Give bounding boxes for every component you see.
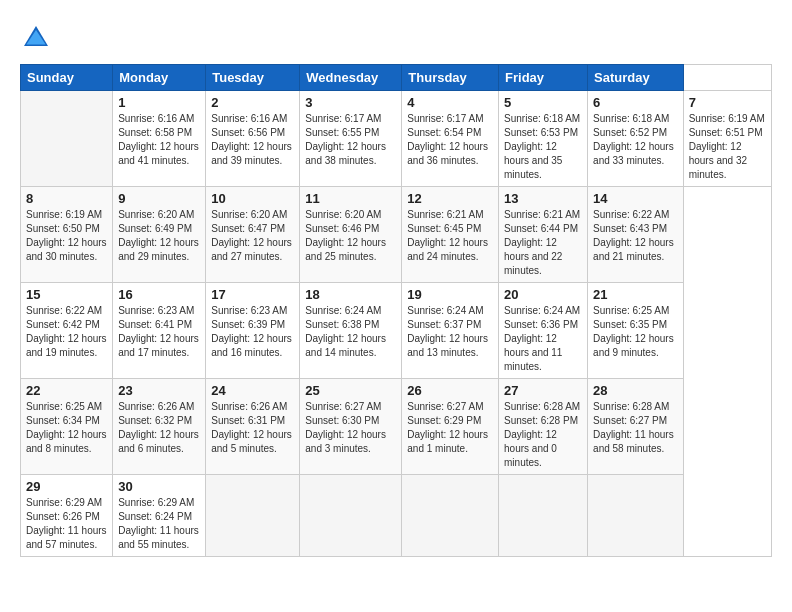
day-info: Sunrise: 6:25 AMSunset: 6:35 PMDaylight:… [593,305,674,358]
day-number: 23 [118,383,200,398]
calendar-day-cell: 9 Sunrise: 6:20 AMSunset: 6:49 PMDayligh… [113,187,206,283]
day-info: Sunrise: 6:28 AMSunset: 6:28 PMDaylight:… [504,401,580,468]
day-info: Sunrise: 6:23 AMSunset: 6:39 PMDaylight:… [211,305,292,358]
calendar-day-cell: 14 Sunrise: 6:22 AMSunset: 6:43 PMDaylig… [588,187,684,283]
calendar-day-cell [206,475,300,557]
calendar-day-cell: 23 Sunrise: 6:26 AMSunset: 6:32 PMDaylig… [113,379,206,475]
day-number: 4 [407,95,493,110]
day-number: 15 [26,287,107,302]
day-number: 20 [504,287,582,302]
day-number: 9 [118,191,200,206]
day-info: Sunrise: 6:23 AMSunset: 6:41 PMDaylight:… [118,305,199,358]
calendar-day-cell: 21 Sunrise: 6:25 AMSunset: 6:35 PMDaylig… [588,283,684,379]
day-number: 18 [305,287,396,302]
weekday-header: Saturday [588,65,684,91]
calendar-day-cell: 20 Sunrise: 6:24 AMSunset: 6:36 PMDaylig… [499,283,588,379]
calendar-day-cell: 1 Sunrise: 6:16 AMSunset: 6:58 PMDayligh… [113,91,206,187]
day-info: Sunrise: 6:20 AMSunset: 6:47 PMDaylight:… [211,209,292,262]
calendar-day-cell: 30 Sunrise: 6:29 AMSunset: 6:24 PMDaylig… [113,475,206,557]
day-info: Sunrise: 6:20 AMSunset: 6:46 PMDaylight:… [305,209,386,262]
day-info: Sunrise: 6:28 AMSunset: 6:27 PMDaylight:… [593,401,674,454]
calendar-week-row: 1 Sunrise: 6:16 AMSunset: 6:58 PMDayligh… [21,91,772,187]
calendar-day-cell [300,475,402,557]
day-info: Sunrise: 6:16 AMSunset: 6:56 PMDaylight:… [211,113,292,166]
day-info: Sunrise: 6:19 AMSunset: 6:50 PMDaylight:… [26,209,107,262]
day-number: 10 [211,191,294,206]
weekday-header: Monday [113,65,206,91]
day-info: Sunrise: 6:22 AMSunset: 6:42 PMDaylight:… [26,305,107,358]
calendar-day-cell: 12 Sunrise: 6:21 AMSunset: 6:45 PMDaylig… [402,187,499,283]
day-info: Sunrise: 6:27 AMSunset: 6:30 PMDaylight:… [305,401,386,454]
weekday-header: Friday [499,65,588,91]
header [20,18,772,54]
calendar-day-cell: 4 Sunrise: 6:17 AMSunset: 6:54 PMDayligh… [402,91,499,187]
calendar-day-cell: 8 Sunrise: 6:19 AMSunset: 6:50 PMDayligh… [21,187,113,283]
day-number: 22 [26,383,107,398]
weekday-header: Tuesday [206,65,300,91]
day-number: 27 [504,383,582,398]
day-info: Sunrise: 6:17 AMSunset: 6:55 PMDaylight:… [305,113,386,166]
day-number: 2 [211,95,294,110]
calendar-week-row: 22 Sunrise: 6:25 AMSunset: 6:34 PMDaylig… [21,379,772,475]
calendar-body: 1 Sunrise: 6:16 AMSunset: 6:58 PMDayligh… [21,91,772,557]
calendar-day-cell: 27 Sunrise: 6:28 AMSunset: 6:28 PMDaylig… [499,379,588,475]
day-info: Sunrise: 6:20 AMSunset: 6:49 PMDaylight:… [118,209,199,262]
calendar-week-row: 8 Sunrise: 6:19 AMSunset: 6:50 PMDayligh… [21,187,772,283]
day-info: Sunrise: 6:29 AMSunset: 6:26 PMDaylight:… [26,497,107,550]
calendar-day-cell: 26 Sunrise: 6:27 AMSunset: 6:29 PMDaylig… [402,379,499,475]
day-number: 1 [118,95,200,110]
calendar-day-cell: 25 Sunrise: 6:27 AMSunset: 6:30 PMDaylig… [300,379,402,475]
calendar-day-cell: 2 Sunrise: 6:16 AMSunset: 6:56 PMDayligh… [206,91,300,187]
day-number: 3 [305,95,396,110]
calendar-day-cell: 3 Sunrise: 6:17 AMSunset: 6:55 PMDayligh… [300,91,402,187]
day-info: Sunrise: 6:24 AMSunset: 6:38 PMDaylight:… [305,305,386,358]
calendar-day-cell [588,475,684,557]
day-info: Sunrise: 6:17 AMSunset: 6:54 PMDaylight:… [407,113,488,166]
day-number: 7 [689,95,766,110]
calendar-day-cell: 17 Sunrise: 6:23 AMSunset: 6:39 PMDaylig… [206,283,300,379]
day-info: Sunrise: 6:21 AMSunset: 6:45 PMDaylight:… [407,209,488,262]
day-number: 28 [593,383,678,398]
day-number: 16 [118,287,200,302]
day-number: 11 [305,191,396,206]
day-info: Sunrise: 6:22 AMSunset: 6:43 PMDaylight:… [593,209,674,262]
day-info: Sunrise: 6:18 AMSunset: 6:52 PMDaylight:… [593,113,674,166]
day-number: 14 [593,191,678,206]
calendar-day-cell [499,475,588,557]
day-number: 30 [118,479,200,494]
day-number: 26 [407,383,493,398]
day-number: 21 [593,287,678,302]
day-info: Sunrise: 6:18 AMSunset: 6:53 PMDaylight:… [504,113,580,180]
calendar-day-cell [402,475,499,557]
calendar-day-cell: 16 Sunrise: 6:23 AMSunset: 6:41 PMDaylig… [113,283,206,379]
calendar-day-cell: 7 Sunrise: 6:19 AMSunset: 6:51 PMDayligh… [683,91,771,187]
day-info: Sunrise: 6:26 AMSunset: 6:31 PMDaylight:… [211,401,292,454]
weekday-row: SundayMondayTuesdayWednesdayThursdayFrid… [21,65,772,91]
day-info: Sunrise: 6:24 AMSunset: 6:36 PMDaylight:… [504,305,580,372]
calendar-day-cell: 5 Sunrise: 6:18 AMSunset: 6:53 PMDayligh… [499,91,588,187]
day-number: 13 [504,191,582,206]
logo-icon [20,22,52,54]
calendar-week-row: 15 Sunrise: 6:22 AMSunset: 6:42 PMDaylig… [21,283,772,379]
day-info: Sunrise: 6:19 AMSunset: 6:51 PMDaylight:… [689,113,765,180]
page: SundayMondayTuesdayWednesdayThursdayFrid… [0,0,792,569]
empty-cell [21,91,113,187]
calendar-day-cell: 11 Sunrise: 6:20 AMSunset: 6:46 PMDaylig… [300,187,402,283]
day-number: 25 [305,383,396,398]
calendar-day-cell: 15 Sunrise: 6:22 AMSunset: 6:42 PMDaylig… [21,283,113,379]
day-info: Sunrise: 6:27 AMSunset: 6:29 PMDaylight:… [407,401,488,454]
calendar-day-cell: 6 Sunrise: 6:18 AMSunset: 6:52 PMDayligh… [588,91,684,187]
calendar-day-cell: 10 Sunrise: 6:20 AMSunset: 6:47 PMDaylig… [206,187,300,283]
calendar-table: SundayMondayTuesdayWednesdayThursdayFrid… [20,64,772,557]
calendar-day-cell: 18 Sunrise: 6:24 AMSunset: 6:38 PMDaylig… [300,283,402,379]
day-number: 17 [211,287,294,302]
calendar-day-cell: 22 Sunrise: 6:25 AMSunset: 6:34 PMDaylig… [21,379,113,475]
weekday-header: Sunday [21,65,113,91]
calendar-week-row: 29 Sunrise: 6:29 AMSunset: 6:26 PMDaylig… [21,475,772,557]
day-info: Sunrise: 6:29 AMSunset: 6:24 PMDaylight:… [118,497,199,550]
calendar-day-cell: 29 Sunrise: 6:29 AMSunset: 6:26 PMDaylig… [21,475,113,557]
day-number: 5 [504,95,582,110]
calendar-day-cell: 24 Sunrise: 6:26 AMSunset: 6:31 PMDaylig… [206,379,300,475]
day-number: 19 [407,287,493,302]
logo [20,22,56,54]
